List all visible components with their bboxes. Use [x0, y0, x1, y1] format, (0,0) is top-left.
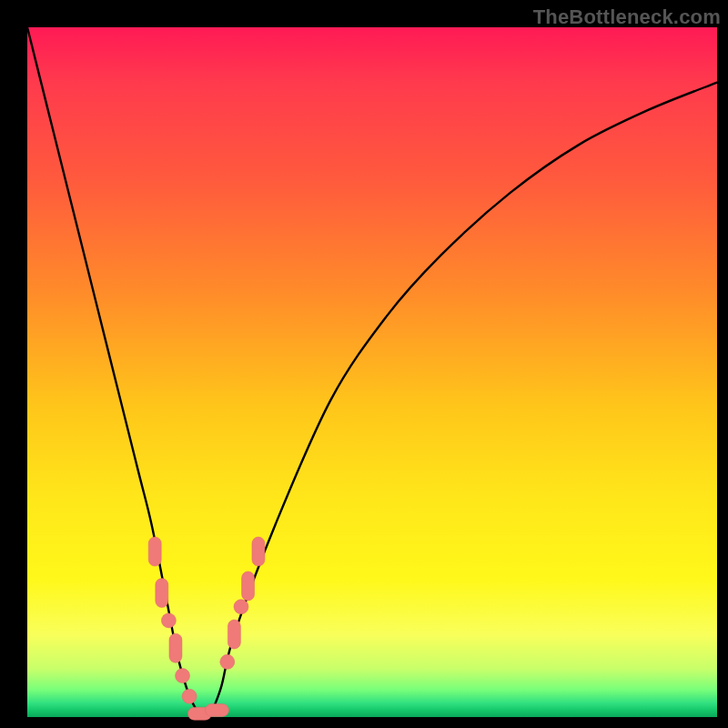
marker-dot — [220, 654, 235, 669]
marker-dot — [176, 669, 190, 683]
bottleneck-curve — [27, 27, 717, 717]
marker-pill-h — [205, 703, 228, 716]
watermark-text: TheBottleneck.com — [533, 5, 721, 29]
chart-frame: TheBottleneck.com — [0, 0, 728, 728]
marker-pill-v — [242, 571, 255, 601]
marker-dot — [182, 689, 197, 703]
plot-area — [27, 27, 717, 717]
marker-pill-v — [252, 537, 265, 566]
marker-pill-v — [169, 633, 182, 662]
marker-dot — [161, 613, 176, 628]
curve-layer — [27, 27, 717, 717]
marker-pill-v — [148, 537, 161, 566]
marker-group — [148, 537, 265, 720]
marker-pill-v — [228, 620, 240, 649]
marker-pill-v — [156, 579, 168, 608]
marker-dot — [234, 600, 248, 614]
